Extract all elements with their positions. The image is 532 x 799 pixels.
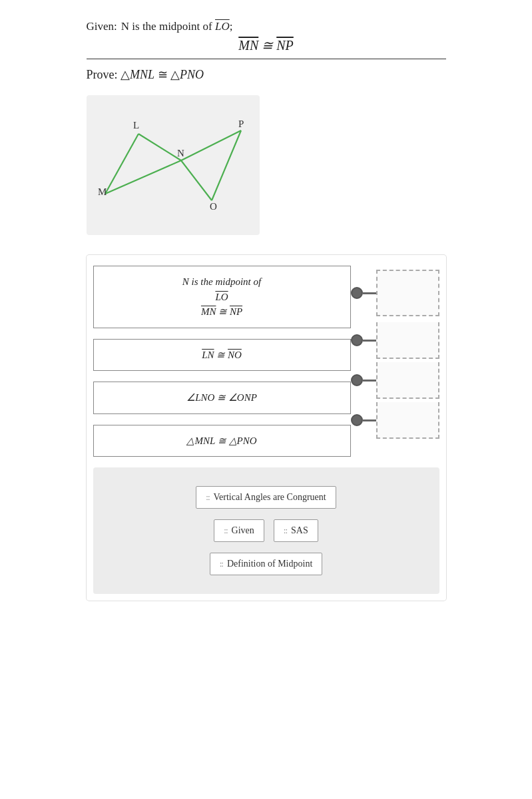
- reason-label-given: Given: [232, 525, 254, 536]
- reason-slot-1[interactable]: [376, 270, 439, 316]
- prove-section: Prove: MNL ≅ PNO: [87, 67, 446, 82]
- connector-dot-4[interactable]: [351, 414, 363, 426]
- geometry-svg: L M N O P: [87, 95, 260, 235]
- label-P: P: [238, 119, 244, 129]
- connector-line-2: [363, 340, 376, 342]
- svg-line-2: [105, 160, 181, 194]
- connector-row-1: [351, 266, 439, 320]
- grip-given: ::: [224, 525, 227, 536]
- connector-line-4: [363, 419, 376, 421]
- connectors-reasons: [351, 266, 439, 440]
- statement-3: ∠LNO ≅ ∠ONP: [93, 382, 351, 414]
- reason-label-definition-midpoint: Definition of Midpoint: [227, 559, 312, 569]
- geometry-figure: L M N O P: [87, 95, 260, 235]
- statements-column: N is the midpoint of LO MN ≅ NP LN ≅ NO …: [93, 266, 351, 457]
- svg-line-0: [105, 134, 138, 194]
- statement-1-text: N is the midpoint of: [106, 274, 338, 290]
- grip-sas: ::: [284, 525, 287, 536]
- grip-definition-midpoint: ::: [220, 559, 223, 569]
- statement-2: LN ≅ NO: [93, 339, 351, 372]
- given-section: Given: N is the midpoint of LO; MN ≅ NP: [87, 20, 446, 59]
- statement-4: △MNL ≅ △PNO: [93, 425, 351, 457]
- proof-container: N is the midpoint of LO MN ≅ NP LN ≅ NO …: [87, 255, 446, 601]
- page-container: Given: N is the midpoint of LO; MN ≅ NP …: [60, 0, 473, 621]
- reasons-row-3: :: Definition of Midpoint: [107, 549, 426, 579]
- reason-label-vertical-angles: Vertical Angles are Congruent: [214, 492, 326, 503]
- connector-row-3: [351, 360, 439, 400]
- given-label: Given:: [87, 20, 117, 33]
- grip-vertical-angles: ::: [206, 492, 209, 503]
- reason-slot-4[interactable]: [376, 402, 439, 439]
- label-N: N: [177, 148, 184, 158]
- prove-label: Prove:: [87, 68, 118, 81]
- prove-statement: MNL ≅ PNO: [121, 68, 204, 81]
- svg-line-1: [138, 134, 181, 160]
- reason-slot-2[interactable]: [376, 322, 439, 359]
- connector-row-4: [351, 400, 439, 440]
- connector-line-3: [363, 380, 376, 382]
- reasons-panel: :: Vertical Angles are Congruent :: Give…: [93, 467, 439, 594]
- svg-line-3: [181, 160, 212, 200]
- label-L: L: [133, 120, 139, 131]
- label-O: O: [210, 201, 217, 212]
- reason-chip-given[interactable]: :: Given: [214, 519, 264, 542]
- svg-line-5: [212, 131, 241, 200]
- given-congruence: MN ≅ NP: [87, 37, 446, 53]
- statement-1: N is the midpoint of LO MN ≅ NP: [93, 266, 351, 328]
- connector-line-1: [363, 292, 376, 294]
- reason-chip-sas[interactable]: :: SAS: [274, 519, 318, 542]
- connector-dot-2[interactable]: [351, 334, 363, 346]
- given-text: N is the midpoint of LO;: [121, 20, 233, 33]
- connector-row-2: [351, 320, 439, 360]
- given-segment: LO: [215, 20, 230, 33]
- connector-dot-3[interactable]: [351, 374, 363, 386]
- proof-layout: N is the midpoint of LO MN ≅ NP LN ≅ NO …: [93, 266, 439, 457]
- statement-1-segment: LO: [106, 290, 338, 305]
- reason-chip-definition-midpoint[interactable]: :: Definition of Midpoint: [210, 553, 323, 575]
- reason-chip-vertical-angles[interactable]: :: Vertical Angles are Congruent: [196, 486, 336, 509]
- connector-dot-1[interactable]: [351, 287, 363, 299]
- reason-label-sas: SAS: [291, 525, 308, 536]
- given-line: Given: N is the midpoint of LO;: [87, 20, 446, 33]
- label-M: M: [98, 186, 107, 197]
- reasons-row-2: :: Given :: SAS: [107, 515, 426, 546]
- statement-1-congruence: MN ≅ NP: [106, 304, 338, 320]
- reasons-row-1: :: Vertical Angles are Congruent: [107, 482, 426, 513]
- svg-line-4: [181, 131, 241, 160]
- reason-slot-3[interactable]: [376, 362, 439, 399]
